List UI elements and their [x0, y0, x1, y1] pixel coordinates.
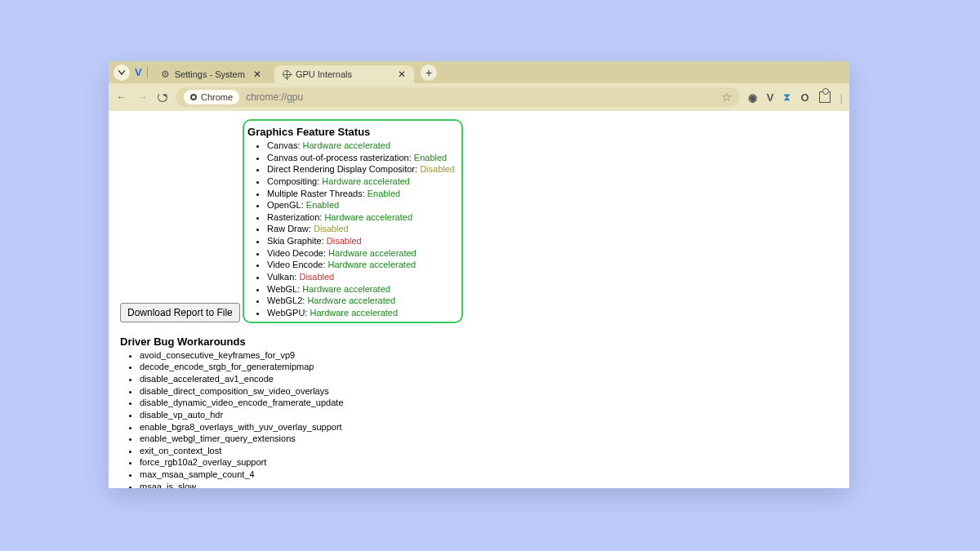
list-item: disable_accelerated_av1_encode	[140, 373, 838, 385]
list-item: disable_dynamic_video_encode_framerate_u…	[140, 397, 838, 409]
list-item: Direct Rendering Display Compositor: Dis…	[267, 163, 455, 176]
address-chip: Chrome	[184, 90, 239, 104]
feature-name: Rasterization	[267, 212, 319, 222]
feature-value: Hardware accelerated	[303, 140, 391, 150]
forward-button[interactable]: →	[136, 91, 149, 103]
feature-name: OpenGL	[267, 200, 301, 210]
list-item: Multiple Raster Threads: Enabled	[267, 188, 455, 200]
feature-name: Raw Draw	[267, 224, 309, 233]
feature-name: Canvas out-of-process rasterization	[267, 153, 409, 162]
list-item: enable_webgl_timer_query_extensions	[140, 433, 838, 445]
extension-4-icon[interactable]: O	[800, 91, 808, 104]
list-item: exit_on_context_lost	[140, 445, 838, 457]
list-item: Video Encode: Hardware accelerated	[267, 259, 455, 271]
browser-window: V ⚙ Settings - System ✕ GPU Internals ✕ …	[109, 61, 849, 488]
more-separator-icon: |	[840, 91, 843, 104]
feature-name: Compositing	[267, 176, 317, 186]
tabs-dropdown-button[interactable]	[114, 64, 130, 81]
chrome-scheme-icon	[190, 94, 197, 100]
list-item: WebGL: Hardware accelerated	[267, 283, 455, 295]
bookmark-star-icon[interactable]: ☆	[721, 90, 732, 104]
tab-settings-system[interactable]: ⚙ Settings - System ✕	[153, 65, 270, 83]
list-item: Canvas: Hardware accelerated	[267, 140, 455, 152]
graphics-feature-status-highlight: Graphics Feature Status Canvas: Hardware…	[243, 119, 463, 323]
list-item: OpenGL: Enabled	[267, 199, 455, 211]
feature-name: Canvas	[267, 140, 297, 150]
driver-bug-workarounds-title: Driver Bug Workarounds	[120, 335, 838, 348]
close-icon[interactable]: ✕	[250, 69, 261, 80]
page-content: Download Report to File Graphics Feature…	[109, 111, 849, 488]
feature-value: Disabled	[327, 236, 362, 246]
app-v-icon: V	[135, 66, 142, 78]
feature-value: Disabled	[420, 164, 455, 174]
address-url: chrome://gpu	[246, 91, 303, 103]
feature-value: Enabled	[414, 153, 447, 162]
toolbar: ← → Chrome chrome://gpu ☆ ◉ V ⧗ O |	[109, 83, 849, 111]
feature-value: Hardware accelerated	[324, 212, 412, 222]
list-item: disable_vp_auto_hdr	[140, 409, 838, 421]
list-item: msaa_is_slow	[140, 481, 838, 488]
reload-button[interactable]	[158, 92, 167, 102]
feature-name: Direct Rendering Display Compositor	[267, 164, 415, 174]
feature-value: Hardware accelerated	[328, 248, 416, 258]
feature-name: Vulkan	[267, 272, 294, 282]
feature-name: Multiple Raster Threads	[267, 189, 363, 198]
close-icon[interactable]: ✕	[394, 69, 406, 80]
extension-1-icon[interactable]: ◉	[748, 91, 757, 104]
feature-name: WebGL2	[267, 295, 302, 305]
download-report-button[interactable]: Download Report to File	[120, 303, 240, 322]
list-item: force_rgb10a2_overlay_support	[140, 456, 838, 469]
feature-value: Hardware accelerated	[328, 260, 416, 269]
extension-3-icon[interactable]: ⧗	[783, 91, 791, 104]
list-item: Vulkan: Disabled	[267, 271, 455, 283]
list-item: Video Decode: Hardware accelerated	[267, 247, 455, 260]
graphics-feature-status-title: Graphics Feature Status	[247, 126, 455, 138]
extensions-puzzle-icon[interactable]	[819, 91, 831, 103]
divider-icon	[147, 67, 148, 78]
list-item: enable_bgra8_overlays_with_yuv_overlay_s…	[140, 421, 838, 433]
new-tab-button[interactable]: +	[421, 64, 437, 81]
feature-value: Hardware accelerated	[302, 284, 390, 294]
back-button[interactable]: ←	[115, 91, 128, 103]
list-item: max_msaa_sample_count_4	[140, 469, 838, 481]
toolbar-extension-icons: ◉ V ⧗ O |	[748, 91, 843, 104]
driver-bug-workarounds-list: avoid_consecutive_keyframes_for_vp9decod…	[140, 349, 838, 488]
gear-icon: ⚙	[161, 69, 170, 80]
feature-value: Disabled	[299, 272, 334, 282]
feature-value: Hardware accelerated	[310, 308, 398, 318]
feature-value: Hardware accelerated	[307, 295, 395, 305]
feature-value: Enabled	[306, 200, 339, 210]
list-item: disable_direct_composition_sw_video_over…	[140, 385, 838, 398]
list-item: Raw Draw: Disabled	[267, 223, 455, 235]
list-item: avoid_consecutive_keyframes_for_vp9	[140, 349, 838, 362]
feature-value: Hardware accelerated	[322, 176, 410, 186]
tab-strip: V ⚙ Settings - System ✕ GPU Internals ✕ …	[109, 61, 849, 83]
list-item: WebGL2: Hardware accelerated	[267, 295, 455, 307]
feature-value: Disabled	[314, 224, 349, 233]
list-item: Canvas out-of-process rasterization: Ena…	[267, 152, 455, 164]
extension-2-icon[interactable]: V	[767, 91, 774, 104]
feature-name: Video Encode	[267, 260, 323, 269]
feature-name: WebGPU	[267, 308, 305, 318]
feature-name: Skia Graphite	[267, 236, 322, 246]
list-item: WebGPU: Hardware accelerated	[267, 307, 455, 319]
list-item: Skia Graphite: Disabled	[267, 235, 455, 247]
address-bar[interactable]: Chrome chrome://gpu ☆	[176, 87, 740, 107]
list-item: decode_encode_srgb_for_generatemipmap	[140, 361, 838, 373]
globe-icon	[283, 70, 291, 78]
list-item: Rasterization: Hardware accelerated	[267, 211, 455, 224]
tab-label: GPU Internals	[296, 69, 352, 79]
address-chip-label: Chrome	[201, 92, 233, 102]
feature-name: Video Decode	[267, 248, 323, 258]
feature-name: WebGL	[267, 284, 297, 294]
tab-gpu-internals[interactable]: GPU Internals ✕	[274, 65, 414, 83]
feature-value: Enabled	[368, 189, 400, 198]
graphics-feature-list: Canvas: Hardware acceleratedCanvas out-o…	[267, 140, 455, 318]
tab-label: Settings - System	[175, 69, 245, 79]
list-item: Compositing: Hardware accelerated	[267, 176, 455, 188]
